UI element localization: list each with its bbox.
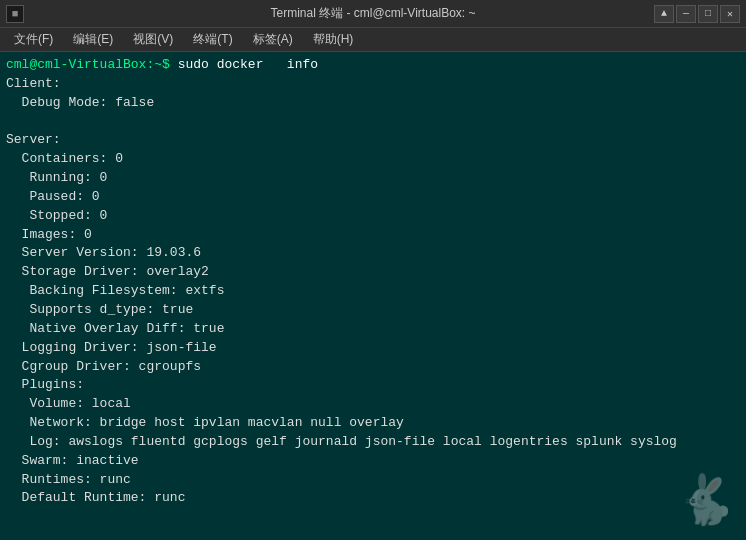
close-button[interactable]: ✕ (720, 5, 740, 23)
menu-terminal[interactable]: 终端(T) (183, 29, 242, 50)
menubar: 文件(F) 编辑(E) 视图(V) 终端(T) 标签(A) 帮助(H) (0, 28, 746, 52)
menu-file[interactable]: 文件(F) (4, 29, 63, 50)
titlebar: ■ Terminal 终端 - cml@cml-VirtualBox: ~ ▲ … (0, 0, 746, 28)
terminal-icon: ■ (6, 5, 24, 23)
terminal-area[interactable]: cml@cml-VirtualBox:~$ sudo docker info C… (0, 52, 746, 540)
terminal-output: cml@cml-VirtualBox:~$ sudo docker info C… (6, 56, 740, 508)
scroll-up-button[interactable]: ▲ (654, 5, 674, 23)
window-title: Terminal 终端 - cml@cml-VirtualBox: ~ (271, 5, 476, 22)
menu-edit[interactable]: 编辑(E) (63, 29, 123, 50)
minimize-button[interactable]: — (676, 5, 696, 23)
menu-view[interactable]: 视图(V) (123, 29, 183, 50)
menu-tabs[interactable]: 标签(A) (243, 29, 303, 50)
menu-help[interactable]: 帮助(H) (303, 29, 364, 50)
titlebar-left: ■ (6, 5, 24, 23)
window-controls: ▲ — □ ✕ (654, 5, 740, 23)
maximize-button[interactable]: □ (698, 5, 718, 23)
